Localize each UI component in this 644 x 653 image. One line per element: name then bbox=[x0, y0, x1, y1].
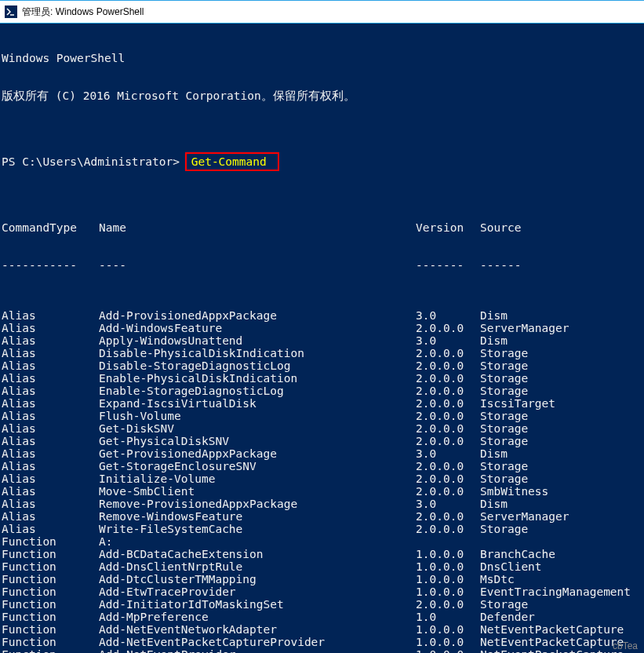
cell-source: Storage bbox=[480, 372, 642, 385]
cell-version: 2.0.0.0 bbox=[416, 410, 480, 422]
cell-source: Storage bbox=[480, 347, 642, 359]
cell-name: Add-BCDataCacheExtension bbox=[99, 548, 416, 560]
cell-commandtype: Alias bbox=[2, 498, 99, 510]
cell-name: Get-ProvisionedAppxPackage bbox=[99, 447, 416, 460]
table-row: FunctionAdd-EtwTraceProvider1.0.0.0Event… bbox=[2, 586, 642, 598]
table-row: FunctionAdd-DtcClusterTMMapping1.0.0.0Ms… bbox=[2, 573, 642, 586]
cell-commandtype: Alias bbox=[2, 334, 99, 347]
cell-source: ServerManager bbox=[480, 510, 642, 523]
cell-commandtype: Function bbox=[2, 560, 99, 573]
cell-name: Enable-StorageDiagnosticLog bbox=[99, 385, 416, 397]
table-row: AliasRemove-ProvisionedAppxPackage3.0Dis… bbox=[2, 498, 642, 510]
cell-commandtype: Function bbox=[2, 611, 99, 623]
cell-commandtype: Alias bbox=[2, 372, 99, 385]
cell-version: 2.0.0.0 bbox=[416, 485, 480, 498]
table-row: FunctionAdd-DnsClientNrptRule1.0.0.0DnsC… bbox=[2, 560, 642, 573]
cell-commandtype: Alias bbox=[2, 322, 99, 334]
cell-name: Disable-StorageDiagnosticLog bbox=[99, 359, 416, 372]
cell-source: Dism bbox=[480, 309, 642, 322]
cell-version: 2.0.0.0 bbox=[416, 472, 480, 485]
header-underline: ----------- bbox=[2, 259, 99, 272]
header-row: CommandType Name Version Source bbox=[2, 221, 642, 234]
cell-version: 2.0.0.0 bbox=[416, 322, 480, 334]
cell-version: 1.0.0.0 bbox=[416, 573, 480, 586]
terminal-output[interactable]: Windows PowerShell 版权所有 (C) 2016 Microso… bbox=[0, 24, 644, 653]
command-highlight-box: Get-Command bbox=[185, 152, 279, 171]
window-titlebar[interactable]: 管理员: Windows PowerShell bbox=[0, 0, 644, 24]
cell-commandtype: Alias bbox=[2, 359, 99, 372]
table-row: AliasApply-WindowsUnattend3.0Dism bbox=[2, 334, 642, 347]
cell-source: MsDtc bbox=[480, 573, 642, 586]
cell-source: Defender bbox=[480, 611, 642, 623]
cell-source: Storage bbox=[480, 359, 642, 372]
table-row: AliasAdd-WindowsFeature2.0.0.0ServerMana… bbox=[2, 322, 642, 334]
cell-name: Initialize-Volume bbox=[99, 472, 416, 485]
header-name: Name bbox=[99, 221, 416, 234]
cell-commandtype: Function bbox=[2, 548, 99, 560]
cell-source: Dism bbox=[480, 498, 642, 510]
table-row: AliasFlush-Volume2.0.0.0Storage bbox=[2, 410, 642, 422]
footer-note: cbTea bbox=[613, 640, 638, 651]
cell-version: 2.0.0.0 bbox=[416, 347, 480, 359]
cell-source: Storage bbox=[480, 472, 642, 485]
table-row: AliasExpand-IscsiVirtualDisk2.0.0.0Iscsi… bbox=[2, 397, 642, 410]
table-row: FunctionAdd-MpPreference1.0Defender bbox=[2, 611, 642, 623]
cell-version: 2.0.0.0 bbox=[416, 372, 480, 385]
cell-name: Flush-Volume bbox=[99, 410, 416, 422]
cell-source: SmbWitness bbox=[480, 485, 642, 498]
table-row: AliasRemove-WindowsFeature2.0.0.0ServerM… bbox=[2, 510, 642, 523]
header-commandtype: CommandType bbox=[2, 221, 99, 234]
cell-version: 3.0 bbox=[416, 447, 480, 460]
powershell-icon bbox=[5, 5, 17, 18]
cell-version: 2.0.0.0 bbox=[416, 510, 480, 523]
cell-source: Dism bbox=[480, 334, 642, 347]
cell-name: Add-MpPreference bbox=[99, 611, 416, 623]
cell-source: IscsiTarget bbox=[480, 397, 642, 410]
header-underline: ---- bbox=[99, 259, 416, 272]
cell-commandtype: Alias bbox=[2, 410, 99, 422]
table-row: AliasWrite-FileSystemCache2.0.0.0Storage bbox=[2, 523, 642, 535]
cell-name: Remove-ProvisionedAppxPackage bbox=[99, 498, 416, 510]
table-row: AliasGet-ProvisionedAppxPackage3.0Dism bbox=[2, 447, 642, 460]
cell-source: Storage bbox=[480, 385, 642, 397]
cell-commandtype: Alias bbox=[2, 435, 99, 447]
cell-commandtype: Alias bbox=[2, 485, 99, 498]
table-row: AliasMove-SmbClient2.0.0.0SmbWitness bbox=[2, 485, 642, 498]
cell-name: Add-NetEventProvider bbox=[99, 648, 416, 653]
table-row: FunctionAdd-NetEventNetworkAdapter1.0.0.… bbox=[2, 623, 642, 636]
cell-version: 1.0.0.0 bbox=[416, 560, 480, 573]
cell-version: 1.0.0.0 bbox=[416, 636, 480, 648]
header-underline: ------- bbox=[416, 259, 480, 272]
cell-version: 2.0.0.0 bbox=[416, 359, 480, 372]
cell-source: Storage bbox=[480, 435, 642, 447]
output-rows: AliasAdd-ProvisionedAppxPackage3.0DismAl… bbox=[2, 309, 642, 653]
cell-commandtype: Alias bbox=[2, 460, 99, 472]
table-row: AliasInitialize-Volume2.0.0.0Storage bbox=[2, 472, 642, 485]
table-row: AliasGet-PhysicalDiskSNV2.0.0.0Storage bbox=[2, 435, 642, 447]
cell-name: Move-SmbClient bbox=[99, 485, 416, 498]
cell-commandtype: Function bbox=[2, 636, 99, 648]
intro-line-1: Windows PowerShell bbox=[2, 52, 642, 64]
cell-commandtype: Function bbox=[2, 648, 99, 653]
cell-name: Add-DnsClientNrptRule bbox=[99, 560, 416, 573]
intro-line-2: 版权所有 (C) 2016 Microsoft Corporation。保留所有… bbox=[2, 89, 642, 102]
cell-version: 1.0.0.0 bbox=[416, 623, 480, 636]
cell-source: Storage bbox=[480, 460, 642, 472]
cell-commandtype: Alias bbox=[2, 472, 99, 485]
cell-source: Dism bbox=[480, 447, 642, 460]
cell-version: 1.0.0.0 bbox=[416, 548, 480, 560]
table-row: FunctionAdd-BCDataCacheExtension1.0.0.0B… bbox=[2, 548, 642, 560]
cell-commandtype: Alias bbox=[2, 385, 99, 397]
table-row: AliasGet-StorageEnclosureSNV2.0.0.0Stora… bbox=[2, 460, 642, 472]
table-row: AliasDisable-StorageDiagnosticLog2.0.0.0… bbox=[2, 359, 642, 372]
cell-name: Get-DiskSNV bbox=[99, 422, 416, 435]
cell-version bbox=[416, 535, 480, 548]
entered-command: Get-Command bbox=[191, 155, 267, 168]
cell-source: EventTracingManagement bbox=[480, 586, 642, 598]
table-row: AliasEnable-StorageDiagnosticLog2.0.0.0S… bbox=[2, 385, 642, 397]
cell-commandtype: Function bbox=[2, 586, 99, 598]
cell-version: 1.0.0.0 bbox=[416, 648, 480, 653]
cell-version: 1.0 bbox=[416, 611, 480, 623]
cell-source: ServerManager bbox=[480, 322, 642, 334]
cell-name: A: bbox=[99, 535, 416, 548]
